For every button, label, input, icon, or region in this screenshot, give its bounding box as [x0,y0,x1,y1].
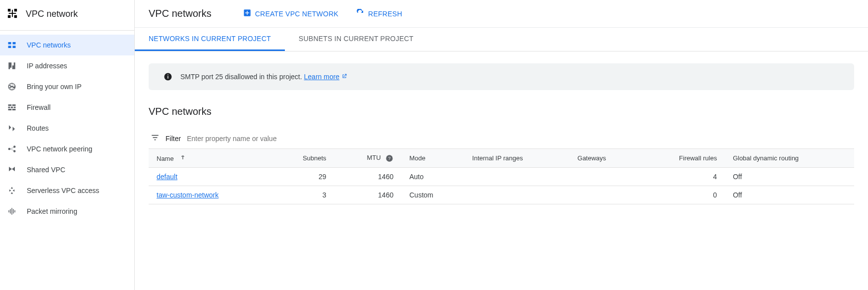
network-name-link[interactable]: default [157,173,177,181]
col-gateways[interactable]: Gateways [570,149,640,168]
network-name-link[interactable]: taw-custom-network [157,191,218,199]
sidebar-item-firewall[interactable]: Firewall [0,97,134,118]
networks-icon [7,40,17,50]
learn-more-label: Learn more [304,73,340,81]
cell-mode: Custom [401,186,464,204]
cell-gdr: Off [725,186,854,204]
tabs: NETWORKS IN CURRENT PROJECT SUBNETS IN C… [135,28,868,51]
sidebar-item-vpc-networks[interactable]: VPC networks [0,35,134,55]
cell-mtu: 1460 [334,168,402,186]
svg-rect-2 [8,15,11,18]
section-title: VPC networks [149,106,854,117]
svg-text:?: ? [388,156,391,161]
table-row: default 29 1460 Auto 4 Off [149,168,854,186]
content: SMTP port 25 disallowed in this project.… [135,51,868,216]
svg-rect-9 [13,46,16,48]
filter-input[interactable] [187,135,854,143]
external-link-icon [341,73,347,81]
sidebar-item-label: Routes [27,124,49,132]
tab-networks-in-current-project[interactable]: NETWORKS IN CURRENT PROJECT [135,28,285,51]
filter-bar: Filter [149,128,854,149]
col-firewall-rules[interactable]: Firewall rules [640,149,725,168]
toolbar: VPC networks CREATE VPC NETWORK REFRESH [135,0,868,28]
sidebar-item-label: Packet mirroring [27,207,77,215]
sidebar-item-label: Bring your own IP [27,83,82,91]
create-button-label: CREATE VPC NETWORK [255,10,338,18]
banner-text: SMTP port 25 disallowed in this project.… [180,73,347,81]
svg-rect-1 [14,9,17,12]
vpc-network-icon [7,8,18,20]
help-icon[interactable]: ? [385,154,393,162]
sidebar-item-packet-mirroring[interactable]: Packet mirroring [0,201,134,222]
sidebar-header: VPC network [0,0,134,31]
svg-rect-22 [167,76,168,79]
svg-rect-5 [12,10,13,17]
cell-firewall: 0 [640,186,725,204]
info-banner: SMTP port 25 disallowed in this project.… [149,63,854,90]
sidebar-item-ip-addresses[interactable]: IP addresses [0,55,134,76]
peering-icon [7,144,17,154]
col-name[interactable]: Name [149,149,272,168]
globe-icon [7,82,17,92]
table-row: taw-custom-network 3 1460 Custom 0 Off [149,186,854,204]
page-title: VPC networks [149,8,212,19]
sidebar-nav: VPC networks IP addresses Bring your own… [0,31,134,222]
svg-rect-8 [8,46,11,48]
ip-addresses-icon [7,61,17,71]
col-mtu[interactable]: MTU ? [334,149,402,168]
cell-gateways [570,186,640,204]
cell-internal [464,168,569,186]
vpc-networks-table: Name Subnets MTU ? Mode Internal IP rang… [149,149,854,204]
cell-subnets: 3 [272,186,334,204]
sidebar-item-byoip[interactable]: Bring your own IP [0,76,134,97]
sidebar-title: VPC network [26,9,78,19]
svg-rect-7 [13,42,16,45]
sidebar-item-label: VPC networks [27,41,71,49]
main-content: VPC networks CREATE VPC NETWORK REFRESH … [135,0,868,290]
col-mtu-label: MTU [367,154,380,161]
filter-icon [151,133,160,144]
sidebar-item-routes[interactable]: Routes [0,118,134,139]
sidebar-item-label: IP addresses [27,62,67,70]
shared-vpc-icon [7,165,17,175]
svg-rect-3 [14,15,17,18]
svg-rect-15 [13,209,14,214]
sidebar: VPC network VPC networks IP addresses Br… [0,0,135,290]
sidebar-item-serverless-vpc[interactable]: Serverless VPC access [0,180,134,201]
cell-gateways [570,168,640,186]
svg-point-10 [8,148,11,150]
cell-gdr: Off [725,168,854,186]
svg-rect-17 [14,210,15,213]
svg-rect-0 [8,9,11,12]
svg-rect-6 [8,42,11,45]
col-internal-ip-ranges[interactable]: Internal IP ranges [464,149,569,168]
refresh-button[interactable]: REFRESH [356,9,402,18]
cell-mtu: 1460 [334,186,402,204]
table-header-row: Name Subnets MTU ? Mode Internal IP rang… [149,149,854,168]
banner-message: SMTP port 25 disallowed in this project. [180,73,304,81]
sort-ascending-icon [179,155,186,162]
col-mode[interactable]: Mode [401,149,464,168]
col-global-dynamic-routing[interactable]: Global dynamic routing [725,149,854,168]
serverless-icon [7,186,17,195]
create-vpc-network-button[interactable]: CREATE VPC NETWORK [243,9,338,18]
plus-icon [243,9,251,18]
col-subnets[interactable]: Subnets [272,149,334,168]
filter-label: Filter [165,135,181,143]
svg-rect-14 [10,209,11,214]
sidebar-item-label: Shared VPC [27,166,65,174]
routes-icon [7,123,17,133]
firewall-icon [7,102,17,112]
learn-more-link[interactable]: Learn more [304,73,348,81]
mirroring-icon [7,206,17,216]
svg-rect-20 [245,12,249,13]
sidebar-item-shared-vpc[interactable]: Shared VPC [0,159,134,180]
sidebar-item-label: Firewall [27,103,51,111]
svg-rect-23 [167,75,168,76]
sidebar-item-label: Serverless VPC access [27,187,99,194]
refresh-icon [356,9,364,18]
col-name-label: Name [157,155,174,162]
tab-subnets-in-current-project[interactable]: SUBNETS IN CURRENT PROJECT [285,28,428,51]
cell-firewall: 4 [640,168,725,186]
sidebar-item-peering[interactable]: VPC network peering [0,139,134,159]
